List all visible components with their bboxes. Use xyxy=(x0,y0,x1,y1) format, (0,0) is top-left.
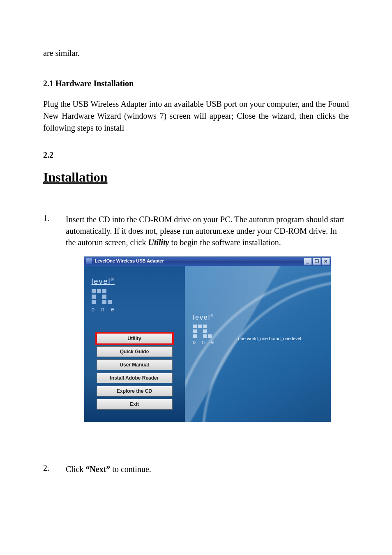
document-page: are similar. 2.1 Hardware Installation P… xyxy=(0,0,392,555)
section-2-2-head: 2.2 xyxy=(43,150,349,160)
right-logo-squares-icon xyxy=(193,325,216,338)
logo-sup: ® xyxy=(111,277,115,282)
left-logo: level® o n e xyxy=(84,266,185,318)
window-client-area: level® o n e Utility xyxy=(84,266,331,422)
explore-cd-button[interactable]: Explore the CD xyxy=(97,386,173,396)
step-1-text-post: to begin the software installation. xyxy=(169,238,281,247)
logo-squares-icon xyxy=(92,289,116,304)
section-2-1-head: 2.1 Hardware Installation xyxy=(43,79,349,88)
step-2-text-pre: Click xyxy=(66,465,85,474)
exit-button[interactable]: Exit xyxy=(97,399,173,410)
logo-text: level® xyxy=(92,276,178,287)
logo-main: level xyxy=(92,277,111,286)
minimize-button[interactable]: _ xyxy=(304,258,312,265)
installation-heading: Installation xyxy=(43,170,349,185)
right-logo-sub: o n e xyxy=(193,339,217,346)
window-titlebar[interactable]: LevelOne Wireless USB Adapter _ ❐ ✕ xyxy=(84,257,331,266)
user-manual-button[interactable]: User Manual xyxy=(97,359,173,370)
window-icon xyxy=(86,258,92,265)
autorun-window: LevelOne Wireless USB Adapter _ ❐ ✕ leve… xyxy=(84,256,331,422)
right-logo-sup: ® xyxy=(210,314,214,318)
utility-button[interactable]: Utility xyxy=(97,333,173,344)
right-logo-main: level xyxy=(193,314,211,321)
tagline: one world_one brand_one level xyxy=(238,336,302,342)
right-pane: level® o n e one world_one brand_one lev… xyxy=(185,266,331,422)
maximize-button[interactable]: ❐ xyxy=(313,258,321,265)
section-2-1-body: Plug the USB Wireless Adapter into an av… xyxy=(43,98,349,134)
right-logo: level® o n e xyxy=(193,313,217,346)
step-2: Click “Next” to continue. xyxy=(43,463,349,475)
window-title: LevelOne Wireless USB Adapter xyxy=(95,258,304,264)
logo-sub: o n e xyxy=(92,306,178,314)
close-button[interactable]: ✕ xyxy=(322,258,330,265)
intro-fragment: are similar. xyxy=(43,47,349,59)
step-2-text-post: to continue. xyxy=(110,465,151,474)
quick-guide-button[interactable]: Quick Guide xyxy=(97,346,173,357)
menu-area: Utility Quick Guide User Manual Install … xyxy=(84,333,185,422)
window-controls: _ ❐ ✕ xyxy=(304,258,330,265)
left-pane: level® o n e Utility xyxy=(84,266,185,422)
steps-list: Insert the CD into the CD-ROM drive on y… xyxy=(43,214,349,475)
step-1: Insert the CD into the CD-ROM drive on y… xyxy=(43,214,349,422)
step-2-bold-next: “Next” xyxy=(85,465,110,474)
install-adobe-reader-button[interactable]: Install Adobe Reader xyxy=(97,373,173,383)
step-1-em-utility: Utility xyxy=(148,238,169,247)
